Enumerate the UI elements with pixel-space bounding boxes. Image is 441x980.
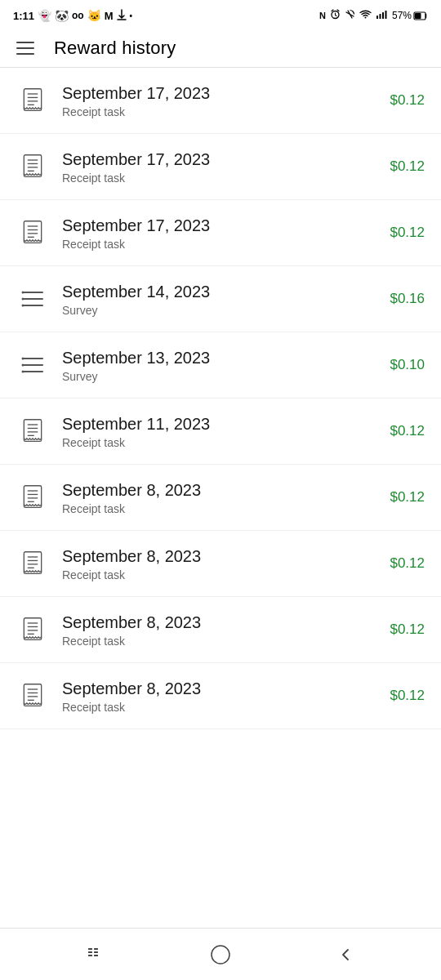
svg-rect-61: [88, 955, 92, 956]
receipt-icon: [16, 150, 49, 183]
reward-item-date: September 8, 2023: [62, 678, 367, 699]
reward-item-date: September 14, 2023: [62, 281, 367, 302]
status-indicators: N 57%: [319, 9, 428, 22]
reward-item-date: September 8, 2023: [62, 612, 367, 633]
reward-list: September 17, 2023Receipt task$0.12 Sept…: [0, 68, 441, 928]
battery-container: 57%: [392, 10, 428, 21]
reward-item-type: Survey: [62, 304, 367, 317]
svg-point-25: [22, 292, 24, 294]
svg-point-65: [212, 946, 229, 964]
svg-point-33: [22, 371, 24, 373]
receipt-icon: [16, 415, 49, 448]
reward-item-date: September 13, 2023: [62, 347, 367, 368]
reward-item-info: September 8, 2023Receipt task: [62, 479, 367, 515]
download-icon: [117, 9, 127, 23]
svg-point-31: [22, 358, 24, 360]
reward-item-amount: $0.12: [380, 423, 425, 439]
mute-icon: [345, 9, 355, 22]
receipt-icon: [16, 481, 49, 514]
svg-rect-64: [94, 955, 98, 956]
svg-rect-63: [94, 951, 98, 953]
reward-item-type: Receipt task: [62, 502, 367, 515]
reward-item-date: September 17, 2023: [62, 149, 367, 170]
svg-rect-6: [415, 13, 421, 19]
reward-item-type: Receipt task: [62, 105, 367, 118]
reward-item-info: September 14, 2023Survey: [62, 281, 367, 317]
survey-icon: [16, 349, 49, 381]
reward-item[interactable]: September 13, 2023Survey$0.10: [0, 332, 441, 399]
reward-item[interactable]: September 8, 2023Receipt task$0.12: [0, 531, 441, 597]
signal-icon: [376, 10, 388, 21]
reward-item-info: September 13, 2023Survey: [62, 347, 367, 383]
reward-item-amount: $0.12: [380, 688, 425, 704]
game-icon: 🐱: [87, 10, 101, 21]
reward-item-type: Receipt task: [62, 436, 367, 449]
reward-item[interactable]: September 8, 2023Receipt task$0.12: [0, 663, 441, 729]
reward-item-type: Receipt task: [62, 568, 367, 581]
svg-point-32: [22, 364, 24, 367]
home-button[interactable]: [200, 938, 241, 971]
battery-text: 57%: [392, 10, 412, 21]
reward-item-amount: $0.12: [380, 621, 425, 638]
status-app-icons: 👻 🐼 oo 🐱 M •: [38, 9, 132, 23]
reward-item-date: September 17, 2023: [62, 82, 367, 104]
svg-point-27: [22, 305, 24, 307]
back-button[interactable]: [325, 938, 366, 971]
reward-item[interactable]: September 17, 2023Receipt task$0.12: [0, 134, 441, 200]
reward-item-amount: $0.12: [380, 92, 425, 109]
reward-item-amount: $0.16: [380, 291, 425, 307]
reward-item-type: Survey: [62, 370, 367, 383]
reward-item-date: September 8, 2023: [62, 546, 367, 567]
nfc-icon: N: [319, 11, 326, 20]
text-icon: oo: [72, 10, 84, 21]
reward-item-info: September 8, 2023Receipt task: [62, 612, 367, 648]
reward-item-amount: $0.12: [380, 158, 425, 175]
receipt-icon: [16, 84, 49, 117]
reward-item-info: September 11, 2023Receipt task: [62, 413, 367, 449]
alarm-icon: [330, 9, 341, 22]
snapchat-icon: 👻: [38, 10, 51, 21]
dot-icon: •: [130, 11, 133, 20]
svg-rect-3: [382, 12, 384, 19]
battery-icon: [413, 11, 428, 20]
avatar-icon: 🐼: [55, 10, 69, 21]
reward-item-info: September 17, 2023Receipt task: [62, 149, 367, 185]
status-time: 1:11 👻 🐼 oo 🐱 M •: [13, 9, 132, 23]
reward-item-date: September 11, 2023: [62, 413, 367, 434]
reward-item-date: September 8, 2023: [62, 479, 367, 501]
page-title: Reward history: [54, 38, 176, 59]
reward-item-info: September 17, 2023Receipt task: [62, 82, 367, 118]
app-header: Reward history: [0, 29, 441, 68]
reward-item-amount: $0.12: [380, 489, 425, 506]
reward-item-type: Receipt task: [62, 635, 367, 648]
status-bar: 1:11 👻 🐼 oo 🐱 M • N 57%: [0, 0, 441, 29]
gmail-icon: M: [105, 10, 114, 22]
reward-item[interactable]: September 8, 2023Receipt task$0.12: [0, 465, 441, 531]
svg-point-26: [22, 298, 24, 301]
svg-rect-62: [94, 948, 98, 950]
reward-item[interactable]: September 14, 2023Survey$0.16: [0, 266, 441, 332]
reward-item-type: Receipt task: [62, 172, 367, 185]
svg-rect-4: [385, 11, 386, 19]
receipt-icon: [16, 613, 49, 646]
menu-button[interactable]: [13, 38, 38, 58]
svg-rect-2: [379, 14, 381, 19]
svg-rect-1: [376, 16, 378, 19]
reward-item-amount: $0.12: [380, 225, 425, 241]
reward-item[interactable]: September 8, 2023Receipt task$0.12: [0, 597, 441, 663]
reward-item[interactable]: September 17, 2023Receipt task$0.12: [0, 68, 441, 134]
receipt-icon: [16, 216, 49, 249]
reward-item[interactable]: September 11, 2023Receipt task$0.12: [0, 399, 441, 465]
reward-item-amount: $0.10: [380, 357, 425, 373]
reward-item-info: September 8, 2023Receipt task: [62, 546, 367, 581]
receipt-icon: [16, 547, 49, 580]
reward-item[interactable]: September 17, 2023Receipt task$0.12: [0, 200, 441, 266]
reward-item-date: September 17, 2023: [62, 215, 367, 236]
reward-item-info: September 17, 2023Receipt task: [62, 215, 367, 251]
reward-item-type: Receipt task: [62, 238, 367, 251]
recents-button[interactable]: [75, 938, 116, 971]
bottom-nav: [0, 928, 441, 980]
wifi-icon: [359, 10, 372, 21]
reward-item-type: Receipt task: [62, 701, 367, 714]
reward-item-info: September 8, 2023Receipt task: [62, 678, 367, 714]
